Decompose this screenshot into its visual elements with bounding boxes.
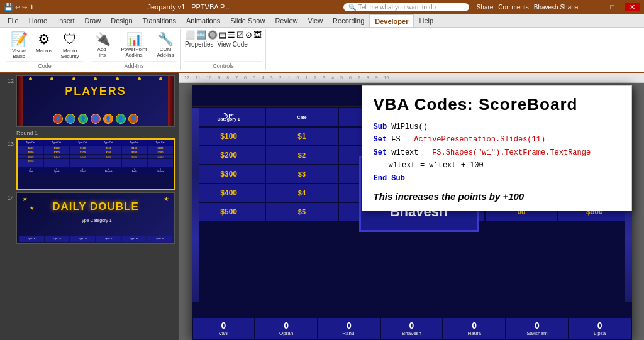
tab-recording[interactable]: Recording [328, 14, 369, 27]
slide-thumb-12[interactable]: 12 PLAYERS [4, 75, 175, 127]
macro-security-icon: 🛡 [63, 31, 77, 48]
ruler-mark: 0 [297, 75, 299, 80]
mini-p4: 0Bhavesh [96, 168, 121, 173]
mini-cat-1: Type Cat. [18, 140, 43, 145]
stage-lights [17, 76, 174, 82]
slide-14-thumb[interactable]: ★ ★ ★ DAILY DOUBLE Type Category 1 Type … [16, 192, 175, 244]
ruler-mark: 1 [305, 75, 308, 80]
saksham-name: Saksham [526, 331, 547, 336]
minimize-button[interactable]: — [583, 3, 600, 11]
image-ctrl-icon[interactable]: 🖼 [253, 30, 262, 40]
button-ctrl-icon[interactable]: 🔘 [208, 30, 218, 40]
players-title: PLAYERS [17, 85, 174, 98]
avatar-2: 👤 [65, 114, 75, 124]
tab-home[interactable]: Home [24, 14, 52, 27]
macro-security-button[interactable]: 🛡 MacroSecurity [57, 30, 83, 60]
share-button[interactable]: Share [477, 4, 494, 11]
properties-button[interactable]: Properties [185, 41, 214, 48]
addins-group-label: Add-Ins [91, 61, 177, 69]
ruler-mark: 4 [262, 75, 264, 80]
com-addins-button[interactable]: 🔧 COMAdd-ins [154, 30, 177, 59]
slide-thumb-13[interactable]: 13 Type Cat. Type Cat. Type Cat. Type Ca… [4, 138, 175, 190]
light-6 [138, 77, 141, 80]
check-ctrl-icon[interactable]: ☑ [236, 30, 244, 40]
cell-100-1: $100 [193, 128, 265, 145]
round-1-label: Round 1 [4, 129, 175, 138]
daily-double-categories: Type Cat Type Cat Type Cat Type Cat Type… [17, 236, 174, 242]
maximize-button[interactable]: □ [605, 3, 619, 11]
code-description: This increases the points by +100 [374, 191, 620, 202]
slide-thumb-14[interactable]: 14 ★ ★ ★ DAILY DOUBLE Type Category 1 Ty… [4, 192, 175, 244]
code-block: Sub W1Plus() Set FS = ActivePresentation… [374, 121, 620, 185]
var-fs: FS = [391, 135, 414, 144]
slide-12-number: 12 [4, 78, 14, 84]
combo-ctrl-icon[interactable]: ▤ [219, 30, 226, 40]
val-fs: ActivePresentation.Slides(11) [414, 135, 545, 144]
list-ctrl-icon[interactable]: ☰ [228, 30, 235, 40]
avatar-5: 👤 [103, 114, 113, 124]
ruler-mark: 6 [244, 75, 247, 80]
tab-review[interactable]: Review [270, 14, 303, 27]
mini-400-4 [96, 159, 121, 163]
mini-m3: $100 [70, 146, 95, 150]
tab-help[interactable]: Help [414, 14, 438, 27]
cell-400-1: $400 [193, 184, 265, 202]
search-bar[interactable]: 🔍 Tell me what you want to do [343, 3, 469, 11]
redo-icon[interactable]: ↪ [22, 4, 27, 11]
mini-m2: $100 [44, 146, 69, 150]
title-bar: 💾 ↩ ↪ ⬆ Jeopardy v1 - PPTVBA P... 🔍 Tell… [0, 0, 644, 14]
cell-200-2: $2 [266, 146, 338, 164]
ruler-mark: 3 [323, 75, 325, 80]
tab-transitions[interactable]: Transitions [138, 14, 181, 27]
mini-300-5: $300 [122, 155, 147, 158]
tab-view[interactable]: View [303, 14, 328, 27]
ruler-mark: 9 [375, 75, 378, 80]
undo-icon[interactable]: ↩ [15, 4, 20, 11]
up-icon[interactable]: ⬆ [29, 4, 34, 11]
main-body: 12 PLAYERS [0, 73, 644, 340]
view-code-button[interactable]: View Code [218, 41, 248, 48]
ruler-mark: 11 [196, 75, 201, 80]
tab-design[interactable]: Design [106, 14, 137, 27]
ruler-mark: 9 [218, 75, 220, 80]
addins-button[interactable]: 🔌 Add-ins [91, 30, 114, 59]
tab-developer[interactable]: Developer [369, 14, 414, 27]
radio-ctrl-icon[interactable]: ⊙ [245, 30, 252, 40]
avatar-4: 👤 [91, 114, 101, 124]
textbox-ctrl-icon[interactable]: ⬜ [185, 30, 195, 40]
avatar-3: 👤 [78, 114, 88, 124]
ppt-addins-button[interactable]: 📊 PowerPointAdd-ins [115, 30, 153, 59]
player-oprah: 0 Oprah [255, 318, 317, 339]
tab-draw[interactable]: Draw [80, 14, 106, 27]
ppt-addins-label: PowerPointAdd-ins [121, 47, 147, 58]
light-2 [50, 77, 53, 80]
tab-insert[interactable]: Insert [52, 14, 80, 27]
tab-animations[interactable]: Animations [181, 14, 225, 27]
slide-12-thumb[interactable]: PLAYERS 👤 👤 👤 👤 👤 👤 👤 [16, 75, 175, 127]
ruler-mark: 6 [349, 75, 352, 80]
mini-500-5 [122, 163, 147, 167]
dd-cat-6: Type Cat [147, 236, 172, 242]
player-avatars: 👤 👤 👤 👤 👤 👤 👤 [17, 114, 174, 124]
addins-label: Add-ins [97, 47, 108, 58]
mini-300-3: $300 [70, 155, 95, 158]
visual-basic-button[interactable]: 📝 VisualBasic [6, 30, 31, 60]
cell-400-2: $4 [266, 184, 338, 202]
slide-panel[interactable]: 12 PLAYERS [0, 73, 179, 340]
label-ctrl-icon[interactable]: 🔤 [196, 30, 206, 40]
slide-13-thumb[interactable]: Type Cat. Type Cat. Type Cat. Type Cat. … [16, 138, 175, 190]
close-button[interactable]: ✕ [625, 3, 640, 11]
naufa-name: Naufa [468, 331, 481, 336]
ribbon-tabs: File Home Insert Draw Design Transitions… [0, 14, 644, 28]
ribbon-group-code: 📝 VisualBasic ⚙ Macros 🛡 MacroSecurity C… [3, 29, 87, 70]
macros-button[interactable]: ⚙ Macros [33, 30, 55, 60]
mini-row-300: $300 $300 $300 $300 $300 $300 [18, 155, 173, 158]
tab-slideshow[interactable]: Slide Show [225, 14, 270, 27]
ruler-mark: 5 [340, 75, 343, 80]
mini-m4: $100 [96, 146, 121, 150]
mini-row-200: $200 $200 $200 $200 $200 $200 [18, 150, 173, 154]
controls-row2: Properties View Code [185, 41, 262, 48]
avatar-6: 👤 [116, 114, 126, 124]
tab-file[interactable]: File [3, 14, 24, 27]
comments-button[interactable]: Comments [498, 4, 528, 11]
